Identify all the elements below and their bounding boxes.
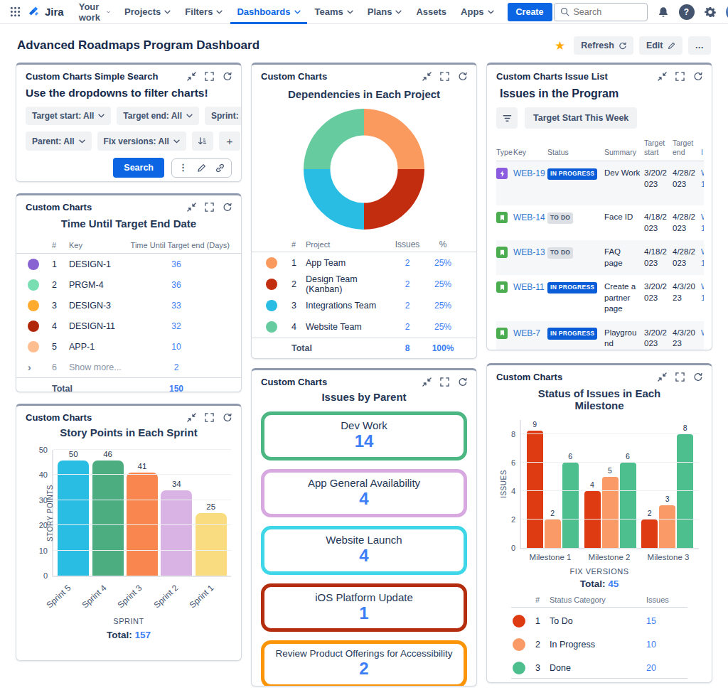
days-value[interactable]: 10 <box>123 342 230 352</box>
more-options-button[interactable]: … <box>688 36 712 55</box>
bar-m3-todo[interactable] <box>641 519 658 548</box>
parent-card-app-ga[interactable]: App General Availability 4 <box>261 469 467 518</box>
issue-row[interactable]: WEB-19 IN PROGRESS Dev Work 3/20/2023 4/… <box>496 161 704 205</box>
filter-button[interactable] <box>496 107 518 129</box>
filter-fix-versions[interactable]: Fix versions: All <box>97 131 186 151</box>
refresh-button[interactable]: Refresh <box>574 36 633 55</box>
dependencies-donut-chart[interactable] <box>304 109 424 230</box>
add-filter-button[interactable]: + <box>219 131 240 151</box>
bar-m2-inprogress[interactable] <box>602 477 619 548</box>
link-icon[interactable] <box>215 163 225 173</box>
minimize-icon[interactable] <box>187 72 196 81</box>
days-value[interactable]: 36 <box>123 259 230 269</box>
nav-apps[interactable]: Apps <box>454 0 500 24</box>
chevron-down-icon <box>216 10 223 14</box>
bar-m2-done[interactable] <box>620 463 636 548</box>
nav-filters[interactable]: Filters <box>178 0 229 24</box>
refresh-icon[interactable] <box>693 372 702 382</box>
parent-card-review-accessibility[interactable]: Review Product Offerings for Accessibili… <box>261 640 467 686</box>
fullscreen-icon[interactable] <box>675 372 685 382</box>
days-value[interactable]: 36 <box>123 280 230 290</box>
bar-value-label: 34 <box>172 480 181 488</box>
help-icon[interactable]: ? <box>679 4 695 20</box>
nav-projects[interactable]: Projects <box>118 0 177 24</box>
refresh-icon[interactable] <box>693 72 702 81</box>
days-value[interactable]: 32 <box>123 321 230 331</box>
app-switcher-icon[interactable] <box>10 6 21 17</box>
parent-card-website-launch[interactable]: Website Launch 4 <box>261 526 467 575</box>
table-row: 3DESIGN-333 <box>16 295 241 316</box>
nav-assets[interactable]: Assets <box>410 0 453 24</box>
issue-key-link[interactable]: WEB-19 <box>513 168 547 179</box>
table-row: 3Integrations Team225% <box>252 295 476 316</box>
minimize-icon[interactable] <box>187 203 196 212</box>
parent-card-ios-platform[interactable]: iOS Platform Update 1 <box>261 583 467 632</box>
user-avatar[interactable] <box>726 4 728 21</box>
minimize-icon[interactable] <box>187 413 196 422</box>
refresh-icon[interactable] <box>223 72 232 81</box>
fullscreen-icon[interactable] <box>440 72 449 81</box>
minimize-icon[interactable] <box>422 377 432 387</box>
issue-row[interactable]: WEB-14 TO DO Face ID 4/18/2023 4/28/2023… <box>496 205 704 240</box>
chart-title: Dependencies in Each Project <box>252 88 476 100</box>
minimize-icon[interactable] <box>658 72 667 81</box>
nav-your-work[interactable]: Your work <box>73 0 117 24</box>
show-more-row[interactable]: ›6Show more...2 <box>16 357 241 377</box>
parent-card-dev-work[interactable]: Dev Work 14 <box>261 411 467 461</box>
fullscreen-icon[interactable] <box>205 203 214 212</box>
global-search[interactable] <box>554 3 648 21</box>
fullscreen-icon[interactable] <box>675 72 685 81</box>
refresh-icon[interactable] <box>223 413 232 422</box>
issue-row[interactable]: WEB-7 IN PROGRESS Playground 3/20/2023 4… <box>496 321 704 350</box>
fullscreen-icon[interactable] <box>205 72 214 81</box>
filter-parent[interactable]: Parent: All <box>26 131 92 151</box>
bar-sprint-5[interactable] <box>58 461 89 576</box>
series-color-dot <box>28 279 39 291</box>
nav-dashboards[interactable]: Dashboards <box>230 0 306 24</box>
bar-m1-done[interactable] <box>562 463 579 548</box>
edit-button[interactable]: Edit <box>639 36 682 55</box>
filter-sprint[interactable]: Sprint: All <box>205 107 242 125</box>
days-value[interactable]: 33 <box>123 301 230 311</box>
pencil-icon[interactable] <box>197 163 206 173</box>
bar-sprint-4[interactable] <box>92 461 124 576</box>
search-input[interactable] <box>574 7 638 17</box>
minimize-icon[interactable] <box>658 372 667 382</box>
issue-key-link[interactable]: WEB-11 <box>513 281 547 293</box>
issue-row[interactable]: WEB-11 IN PROGRESS Create a partner page… <box>496 275 704 321</box>
settings-gear-icon[interactable] <box>705 6 716 18</box>
y-axis-label: STORY POINTS <box>46 485 54 542</box>
issue-key-link[interactable]: WEB-13 <box>513 247 547 258</box>
bar-m3-inprogress[interactable] <box>659 505 675 548</box>
bar-m1-todo[interactable] <box>527 431 543 548</box>
minimize-icon[interactable] <box>422 72 432 81</box>
bar-sprint-1[interactable] <box>196 513 227 576</box>
issue-key-link[interactable]: WEB-7 <box>513 328 547 339</box>
bar-m1-inprogress[interactable] <box>545 519 561 548</box>
status-badge: TO DO <box>547 247 573 259</box>
filters-heading: Use the dropdowns to filter charts! <box>16 85 241 107</box>
nav-plans[interactable]: Plans <box>361 0 409 24</box>
fullscreen-icon[interactable] <box>205 413 214 422</box>
table-row: 4Website Team225% <box>252 316 476 338</box>
favorite-star-icon[interactable]: ★ <box>555 38 565 53</box>
jira-logo[interactable]: Jira <box>28 5 64 18</box>
bar-sprint-2[interactable] <box>161 490 192 576</box>
refresh-icon[interactable] <box>458 377 467 387</box>
issue-key-link[interactable]: WEB-14 <box>513 212 547 223</box>
create-button[interactable]: Create <box>508 3 552 21</box>
kebab-menu-icon[interactable]: ⋮ <box>178 164 188 171</box>
sort-button[interactable] <box>192 131 213 151</box>
refresh-icon[interactable] <box>458 72 467 81</box>
notifications-bell-icon[interactable] <box>658 6 669 18</box>
nav-teams[interactable]: Teams <box>309 0 360 24</box>
filter-target-end[interactable]: Target end: All <box>117 107 199 125</box>
issue-row[interactable]: WEB-13 TO DO FAQ page 4/18/2023 4/28/202… <box>496 240 704 275</box>
fullscreen-icon[interactable] <box>440 377 449 387</box>
refresh-icon[interactable] <box>223 203 232 212</box>
search-button[interactable]: Search <box>113 158 164 178</box>
story-type-icon <box>496 247 508 258</box>
series-color-dot <box>28 321 39 332</box>
filter-target-start[interactable]: Target start: All <box>26 107 111 125</box>
saved-filter-pill[interactable]: Target Start This Week <box>525 107 637 129</box>
